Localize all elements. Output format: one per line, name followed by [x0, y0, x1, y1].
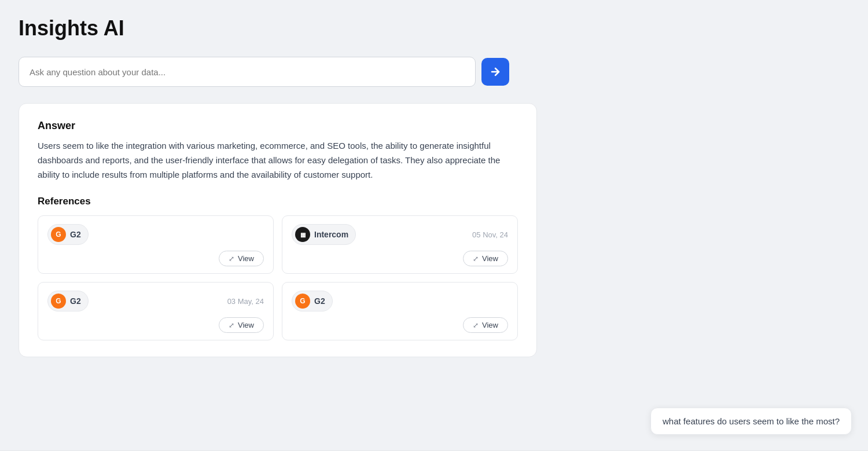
- ref-card-bottom-3: ⤢ View: [47, 317, 264, 333]
- view-button-1[interactable]: ⤢ View: [219, 251, 264, 266]
- g2-badge-1: G G2: [47, 224, 89, 245]
- reference-card-3: G G2 03 May, 24 ⤢ View: [38, 282, 274, 340]
- ref-card-top-1: G G2: [47, 224, 264, 245]
- answer-heading: Answer: [38, 120, 518, 132]
- g2-label-4: G2: [314, 296, 325, 306]
- ref-card-bottom-2: ⤢ View: [292, 251, 508, 266]
- intercom-badge-2: ▦ Intercom: [292, 224, 356, 245]
- ref-card-bottom-4: ⤢ View: [292, 317, 508, 333]
- g2-icon-3: G: [51, 294, 66, 309]
- search-input[interactable]: [19, 57, 476, 87]
- references-grid: G G2 ⤢ View ▦ Intercom: [38, 215, 518, 340]
- references-heading: References: [38, 196, 518, 207]
- g2-label-1: G2: [70, 230, 81, 239]
- expand-icon-3: ⤢: [229, 321, 234, 329]
- intercom-label-2: Intercom: [314, 230, 348, 239]
- g2-badge-4: G G2: [292, 291, 333, 311]
- ref-date-2: 05 Nov, 24: [472, 230, 508, 239]
- g2-icon-4: G: [295, 294, 310, 309]
- search-submit-button[interactable]: [481, 58, 509, 86]
- view-label-2: View: [482, 254, 498, 263]
- expand-icon-1: ⤢: [229, 255, 234, 263]
- reference-card-2: ▦ Intercom 05 Nov, 24 ⤢ View: [282, 215, 518, 274]
- view-label-3: View: [238, 321, 254, 329]
- view-label-1: View: [238, 254, 254, 263]
- ref-date-3: 03 May, 24: [227, 297, 264, 306]
- expand-icon-2: ⤢: [473, 255, 479, 263]
- ref-card-top-3: G G2 03 May, 24: [47, 291, 264, 311]
- intercom-icon-2: ▦: [295, 227, 310, 242]
- chat-bubble: what features do users seem to like the …: [650, 408, 852, 435]
- g2-badge-3: G G2: [47, 291, 89, 311]
- page-title: Insights AI: [19, 16, 537, 41]
- search-bar: [19, 57, 537, 87]
- reference-card-1: G G2 ⤢ View: [38, 215, 274, 274]
- ref-card-bottom-1: ⤢ View: [47, 251, 264, 266]
- g2-icon-1: G: [51, 227, 66, 242]
- view-button-4[interactable]: ⤢ View: [463, 317, 508, 333]
- ref-card-top-2: ▦ Intercom 05 Nov, 24: [292, 224, 508, 245]
- view-button-2[interactable]: ⤢ View: [463, 251, 508, 266]
- ref-card-top-4: G G2: [292, 291, 508, 311]
- answer-text: Users seem to like the integration with …: [38, 139, 518, 182]
- arrow-right-icon: [490, 66, 501, 78]
- g2-label-3: G2: [70, 296, 81, 306]
- reference-card-4: G G2 ⤢ View: [282, 282, 518, 340]
- view-button-3[interactable]: ⤢ View: [219, 317, 264, 333]
- view-label-4: View: [482, 321, 498, 329]
- answer-card: Answer Users seem to like the integratio…: [19, 103, 537, 357]
- expand-icon-4: ⤢: [473, 321, 479, 329]
